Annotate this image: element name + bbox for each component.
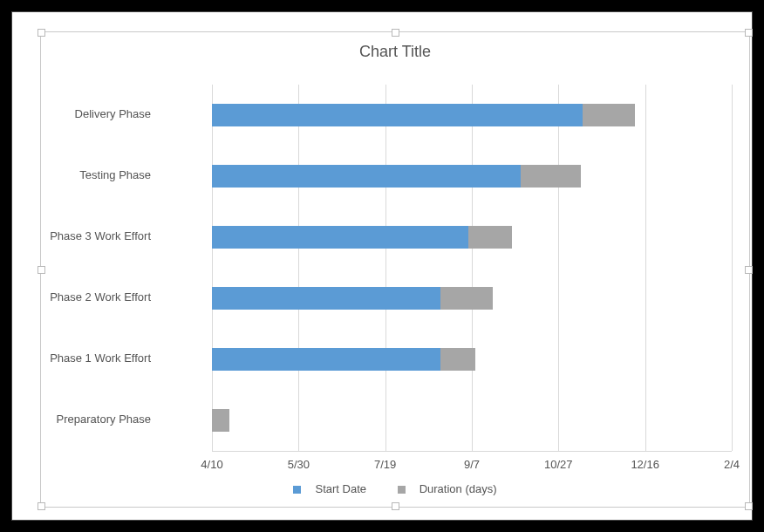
y-axis-category-label: Testing Phase: [20, 168, 151, 181]
resize-handle-br[interactable]: [745, 502, 753, 510]
x-axis-tick-label: 2/4: [710, 458, 754, 471]
y-axis-category-label: Phase 1 Work Effort: [20, 351, 151, 365]
legend-label-duration: Duration (days): [420, 482, 497, 495]
x-axis-tick-label: 10/27: [536, 458, 580, 471]
bar-segment-duration[interactable]: [468, 226, 512, 249]
resize-handle-ml[interactable]: [38, 266, 45, 274]
bar-segment-start[interactable]: [212, 104, 583, 126]
stage: Chart Title Start Date Duration (days) 4…: [0, 0, 764, 532]
resize-handle-tc[interactable]: [392, 29, 399, 37]
bar-segment-start[interactable]: [212, 348, 440, 371]
resize-handle-tl[interactable]: [38, 29, 45, 37]
x-axis-tick-label: 9/7: [450, 458, 494, 471]
gridline: [212, 85, 213, 451]
bar-segment-duration[interactable]: [440, 348, 475, 371]
y-axis-category-label: Preparatory Phase: [20, 413, 151, 426]
legend-swatch-duration: [398, 486, 406, 494]
resize-handle-bc[interactable]: [392, 502, 399, 510]
chart-object[interactable]: Chart Title Start Date Duration (days) 4…: [40, 31, 750, 508]
document-page: Chart Title Start Date Duration (days) 4…: [12, 12, 752, 520]
legend-swatch-start: [293, 486, 301, 494]
resize-handle-tr[interactable]: [745, 29, 753, 37]
x-axis-tick-label: 5/30: [276, 458, 320, 471]
legend-label-start: Start Date: [315, 482, 366, 495]
gridline: [385, 85, 386, 451]
gridline: [558, 85, 559, 451]
gridline: [645, 85, 646, 451]
gridline: [472, 85, 473, 451]
resize-handle-bl[interactable]: [38, 502, 45, 510]
plot-area[interactable]: [212, 85, 732, 452]
chart-title[interactable]: Chart Title: [41, 43, 749, 61]
bar-segment-start[interactable]: [212, 226, 468, 249]
bar-segment-duration[interactable]: [521, 165, 582, 188]
bar-segment-duration[interactable]: [440, 287, 493, 310]
legend-item-start[interactable]: Start Date: [286, 482, 373, 495]
bar-segment-start[interactable]: [212, 287, 440, 310]
y-axis-category-label: Delivery Phase: [20, 107, 151, 120]
bar-segment-duration[interactable]: [212, 409, 229, 432]
gridline: [732, 85, 733, 451]
bar-segment-duration[interactable]: [583, 104, 635, 126]
y-axis-category-label: Phase 2 Work Effort: [20, 290, 151, 304]
x-axis-tick-label: 7/19: [364, 458, 407, 471]
resize-handle-mr[interactable]: [745, 266, 753, 274]
y-axis-category-label: Phase 3 Work Effort: [20, 229, 151, 242]
bar-segment-start[interactable]: [212, 165, 521, 188]
legend-item-duration[interactable]: Duration (days): [391, 482, 504, 495]
x-axis-tick-label: 12/16: [624, 458, 667, 471]
gridline: [298, 85, 299, 451]
x-axis-tick-label: 4/10: [190, 458, 234, 471]
legend[interactable]: Start Date Duration (days): [41, 482, 749, 495]
